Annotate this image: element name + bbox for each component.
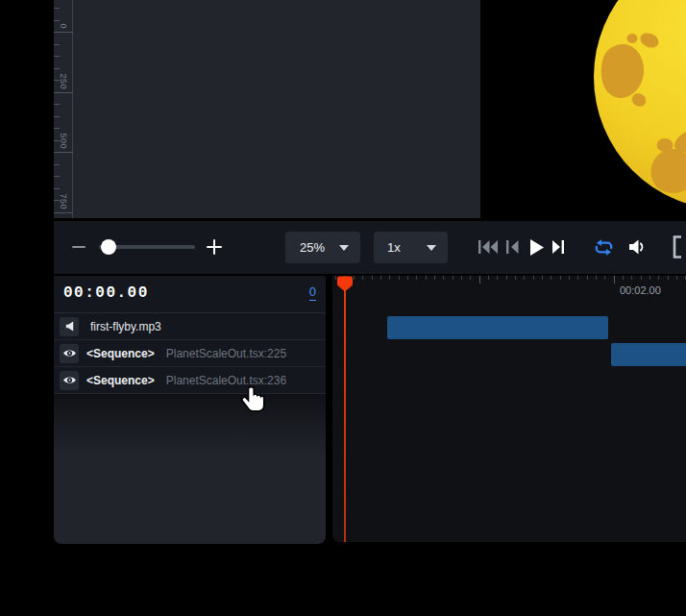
in-point-bracket-icon [672, 235, 682, 259]
playhead-line[interactable] [344, 290, 346, 542]
canvas-ruler: 0250500750 [54, 0, 73, 218]
track-row-sequence-225[interactable]: <Sequence> PlanetScaleOut.tsx:225 [54, 340, 326, 367]
previous-frame-button[interactable] [503, 237, 521, 257]
track-row-audio[interactable]: first-flyby.mp3 [54, 313, 326, 340]
preview-zoom-select[interactable]: 25% [285, 232, 360, 263]
timeline-header: 00:00.00 0 [54, 276, 326, 313]
canvas-ruler-label: 500 [59, 133, 68, 149]
sequence-tag: <Sequence> [86, 347, 155, 360]
canvas-area: 0250500750 [54, 0, 686, 218]
visibility-toggle[interactable] [60, 344, 79, 363]
next-frame-icon [552, 240, 565, 254]
timeline-track-panel: 00:00.00 0 first-flyby.mp3 <Sequence> Pl… [54, 276, 326, 544]
timeline-clip[interactable] [611, 343, 686, 366]
video-preview [480, 0, 686, 218]
loop-button[interactable] [592, 235, 615, 259]
previous-frame-icon [506, 240, 519, 254]
sequence-tag: <Sequence> [86, 374, 155, 387]
eye-icon [62, 375, 77, 385]
track-label: first-flyby.mp3 [90, 320, 161, 333]
canvas-ruler-label: 0 [59, 23, 68, 29]
timeline-second-label: 00:02.00 [620, 284, 661, 296]
toolbar: 25% 1x [54, 221, 686, 274]
chevron-down-icon [339, 245, 349, 251]
studio-window: 0250500750 [0, 0, 686, 616]
play-button[interactable] [527, 236, 547, 258]
skip-to-start-icon [478, 240, 499, 254]
mute-toggle[interactable] [60, 317, 79, 336]
zoom-in-button[interactable] [203, 237, 226, 257]
canvas-ruler-label: 750 [59, 193, 68, 209]
playback-rate-value: 1x [387, 240, 401, 255]
skip-to-start-button[interactable] [477, 237, 500, 257]
track-row-sequence-236[interactable]: <Sequence> PlanetScaleOut.tsx:236 [54, 367, 326, 394]
timeline-tracks-area[interactable]: 00:02.00 [332, 276, 686, 542]
sequence-source: PlanetScaleOut.tsx:225 [166, 347, 286, 360]
current-time-display: 00:00.00 [63, 284, 149, 302]
volume-button[interactable] [625, 236, 648, 258]
visibility-toggle[interactable] [60, 371, 79, 390]
playhead-flag-icon [336, 276, 354, 292]
planet-image [480, 0, 686, 218]
eye-icon [62, 348, 77, 358]
loop-icon [593, 238, 615, 257]
slider-knob[interactable] [101, 239, 116, 255]
chevron-down-icon [427, 245, 436, 251]
preview-zoom-value: 25% [300, 240, 325, 255]
playhead-handle[interactable] [336, 276, 354, 296]
in-point-button[interactable] [669, 234, 684, 259]
canvas-ruler-label: 250 [59, 73, 68, 89]
timeline-zoom-slider[interactable] [99, 237, 195, 257]
current-frame-link[interactable]: 0 [309, 285, 316, 301]
zoom-out-button[interactable] [67, 237, 90, 257]
play-icon [530, 239, 544, 256]
volume-icon [627, 239, 646, 255]
sequence-source: PlanetScaleOut.tsx:236 [166, 374, 286, 387]
minus-icon [72, 246, 86, 248]
speaker-icon [63, 320, 76, 333]
next-frame-button[interactable] [550, 237, 567, 257]
timeline-clip[interactable] [387, 316, 608, 339]
playback-rate-select[interactable]: 1x [374, 232, 448, 263]
